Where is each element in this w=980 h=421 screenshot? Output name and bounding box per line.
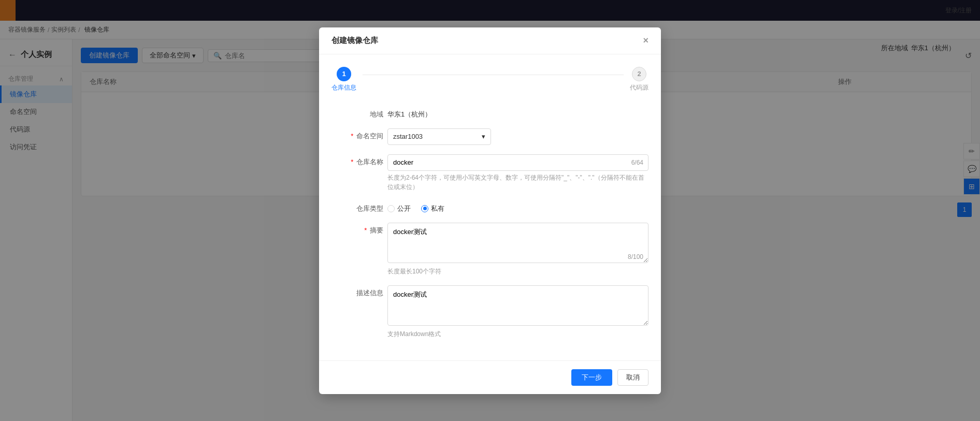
summary-textarea[interactable]: docker测试 xyxy=(387,223,648,263)
form-label-summary: * 摘要 xyxy=(332,223,383,235)
repo-name-input-wrapper: 6/64 xyxy=(387,154,648,171)
next-step-button[interactable]: 下一步 xyxy=(571,369,612,386)
form-value-region: 华东1（杭州） xyxy=(387,107,648,119)
form-content-region: 华东1（杭州） xyxy=(387,107,648,119)
step-2: 2 代码源 xyxy=(630,67,648,92)
repo-name-hint: 长度为2-64个字符，可使用小写英文字母、数字，可使用分隔符"_"、"-"、".… xyxy=(387,173,648,192)
desc-hint: 支持Markdown格式 xyxy=(387,329,648,339)
form-content-summary: docker测试 8/100 长度最长100个字符 xyxy=(387,223,648,276)
form-label-repo-name: * 仓库名称 xyxy=(332,154,383,167)
form-content-namespace: zstar1003 ▾ xyxy=(387,128,648,145)
summary-textarea-wrapper: docker测试 8/100 xyxy=(387,223,648,265)
form-row-region: 地域 华东1（杭州） xyxy=(332,107,648,119)
form-content-desc: docker测试 支持Markdown格式 xyxy=(387,285,648,339)
cancel-button[interactable]: 取消 xyxy=(617,369,648,386)
required-mark-ns: * xyxy=(351,132,353,140)
radio-public-label: 公开 xyxy=(397,204,411,213)
summary-hint: 长度最长100个字符 xyxy=(387,267,648,276)
form-row-repo-type: 仓库类型 公开 私有 xyxy=(332,201,648,213)
modal-title: 创建镜像仓库 xyxy=(332,36,378,46)
form-content-repo-name: 6/64 长度为2-64个字符，可使用小写英文字母、数字，可使用分隔符"_"、"… xyxy=(387,154,648,192)
radio-private-label: 私有 xyxy=(431,204,444,213)
form-row-summary: * 摘要 docker测试 8/100 长度最长100个字符 xyxy=(332,223,648,276)
namespace-select-value: zstar1003 xyxy=(393,133,423,140)
form-content-repo-type: 公开 私有 xyxy=(387,201,648,213)
steps: 1 仓库信息 2 代码源 xyxy=(332,67,648,92)
form-row-namespace: * 命名空间 zstar1003 ▾ xyxy=(332,128,648,145)
radio-private[interactable]: 私有 xyxy=(421,204,444,213)
radio-public-circle xyxy=(387,205,395,212)
form-row-desc: 描述信息 docker测试 支持Markdown格式 xyxy=(332,285,648,339)
form-label-region: 地域 xyxy=(332,107,383,119)
step-1: 1 仓库信息 xyxy=(332,67,356,92)
form-label-desc: 描述信息 xyxy=(332,285,383,298)
modal: 创建镜像仓库 × 1 仓库信息 2 代码源 xyxy=(319,27,661,394)
form-label-repo-type: 仓库类型 xyxy=(332,201,383,213)
radio-public[interactable]: 公开 xyxy=(387,204,411,213)
step-2-circle: 2 xyxy=(632,67,646,81)
namespace-select[interactable]: zstar1003 ▾ xyxy=(387,128,491,145)
step-1-circle: 1 xyxy=(337,67,351,81)
step-2-label: 代码源 xyxy=(630,83,648,92)
modal-body: 1 仓库信息 2 代码源 地域 华东1（杭州） xyxy=(319,54,661,360)
desc-textarea[interactable]: docker测试 xyxy=(387,285,648,326)
repo-name-input[interactable] xyxy=(387,154,648,171)
required-mark-repo: * xyxy=(351,158,353,166)
step-1-label: 仓库信息 xyxy=(332,83,356,92)
step-line xyxy=(363,75,624,75)
required-mark-summary: * xyxy=(364,226,367,234)
modal-header: 创建镜像仓库 × xyxy=(319,27,661,54)
form-label-namespace: * 命名空间 xyxy=(332,128,383,141)
chevron-down-icon-ns: ▾ xyxy=(482,133,485,140)
summary-count: 8/100 xyxy=(628,253,643,260)
modal-footer: 下一步 取消 xyxy=(319,360,661,394)
modal-overlay: 创建镜像仓库 × 1 仓库信息 2 代码源 xyxy=(0,0,980,421)
radio-group-repo-type: 公开 私有 xyxy=(387,201,648,213)
form-row-repo-name: * 仓库名称 6/64 长度为2-64个字符，可使用小写英文字母、数字，可使用分… xyxy=(332,154,648,192)
repo-name-count: 6/64 xyxy=(631,159,643,166)
modal-close-button[interactable]: × xyxy=(643,36,648,45)
radio-private-circle xyxy=(421,205,428,212)
